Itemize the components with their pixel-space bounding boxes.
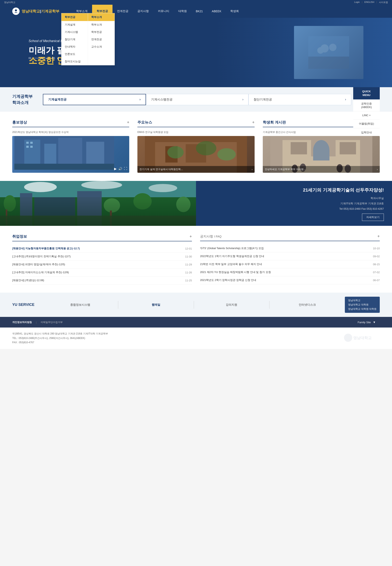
notice-item-2[interactable]: 21학번 이전 학부 일부 교양과목 필수 의무 해지 안내 08-15 [200,260,380,268]
notice-item-title-0: 'GTS' (Global Talents Scholarship) 프로그램(… [200,246,371,250]
news-card-text: 전기기계 설계 연구실에서 대학원진학... [140,168,183,171]
nav-item-3[interactable]: 공지사항 [133,5,153,18]
svg-point-23 [217,148,236,160]
yu-right-item-0[interactable]: 영남대학교 [348,299,377,302]
english-link[interactable]: ENGLISH [364,1,374,4]
svg-rect-10 [86,142,104,164]
board-card[interactable]: 안녕하세요 기계공학부 학우 여러분... › [263,136,380,173]
content-sections: 홍보영상 + 2021학년도 영남대학교 학부(과) 영상공모전 수상작 [0,112,392,181]
yu-service-link-0[interactable]: 종합정보시스템 [43,301,118,309]
notice-item-1[interactable]: 2022학년도 1학기 자기주도형 학생설계전공 신청 안내 09-02 [200,252,380,260]
promo-plus[interactable]: + [127,120,129,125]
nav-item-8[interactable]: 학생회 [226,5,243,18]
yu-service-right: 영남대학교 영남대학교 대학원 영남대학교 대학원 대학원 [345,297,380,313]
dropdown-item-교수소개[interactable]: 교수소개 [88,43,114,50]
family-site-label: Family Site [358,321,371,324]
notice-plus[interactable]: + [377,234,380,239]
dropdown-item-언론보도[interactable]: 언론보도 [61,50,88,58]
quick-menu-item-1[interactable]: LINC + [353,111,380,119]
jobs-plus[interactable]: + [189,234,192,239]
yu-service-link-2[interactable]: 강의지원 [194,301,269,309]
family-site-btn[interactable]: Family Site ▼ [354,319,380,325]
prev-btn[interactable]: ❮ [57,57,59,60]
job-item-0[interactable]: [채용안내] 지능형자동차부품진흥원 인력채용 공고(-12.7) 12-01 [12,245,192,253]
dropdown-menu: 학부전공 기계설계 기계시스템 첨단기계 안내책자 언론보도 참여오시는길 학부… [61,13,115,65]
svg-point-51 [344,334,352,342]
svg-point-45 [104,198,120,212]
news-plus[interactable]: + [252,120,255,125]
svg-rect-9 [58,138,82,166]
media-controls[interactable]: ▶ 🔊 ⛶ [114,167,127,171]
svg-point-21 [168,146,184,158]
nav-item-4[interactable]: 커뮤니티 [153,5,174,18]
sitemap-link[interactable]: 사이트맵 [379,1,388,4]
footer-nav-item-1[interactable]: 이메일무단수집거부 [41,321,63,324]
job-item-4[interactable]: [채용안내] (주)완성(-12.08) 11-25 [12,276,192,284]
dropdown-item-학부전공[interactable]: 학부전공 [88,28,114,36]
hero-pagination: 01 06 ❮ ❯ [28,57,64,60]
logo-text: 영남대학교|기계공학부 [22,9,59,14]
notice-item-3[interactable]: 2021 제2차 YU 현장실습 매칭박람회 시행 안내 및 참가 요청 07-… [200,268,380,276]
nav-item-7[interactable]: ABEEK [207,5,226,18]
svg-rect-42 [34,197,75,226]
promo-building-visual [14,136,114,171]
login-link[interactable]: Login [354,1,360,4]
dropdown-item-참여오시는길[interactable]: 참여오시는길 [61,58,88,65]
quick-menu-item-3[interactable]: 입학안내 [353,128,380,137]
yu-service-link-3[interactable]: 인터넷디스크 [269,301,345,309]
yu-service-link-1[interactable]: 웹메일 [118,301,194,309]
promo-card: ▶ 🔊 ⛶ [12,136,129,173]
footer-info: 우)38541, 경상북도 경산시 대학로 280 영남대학교 기계관 218호… [0,327,392,349]
top-bar: 영남대학교 Login | ENGLISH | 사이트맵 [0,0,392,5]
dropdown-item-연계전공[interactable]: 연계전공 [88,36,114,43]
building-visual [0,181,216,226]
dept-title: 기계공학부 학과소개 [12,93,33,106]
dropdown-item-기계시스템[interactable]: 기계시스템 [61,28,88,36]
job-item-title-0: [채용안내] 지능형자동차부품진흥원 인력채용 공고(-12.7) [12,247,183,250]
news-header: 주요뉴스 + [137,120,254,127]
dept-link-1[interactable]: 기계시스템전공 › [146,94,249,105]
svg-text:영남대학교: 영남대학교 [353,336,372,340]
news-card[interactable]: 전기기계 설계 연구실에서 대학원진학... › [137,136,254,173]
footer-nav: 개인정보처리방침 | 이메일무단수집거부 Family Site ▼ [0,317,392,327]
banner-overlay: 21세기의 기계공학기술의 선두주자양성! 학과사무실 기계IT대학 기계공학부… [196,181,392,226]
banner-building [0,181,216,226]
dropdown-item-학부소개[interactable]: 학부소개 [88,21,114,28]
yu-service-links: 종합정보시스템 웹메일 강의지원 인터넷디스크 [43,301,345,309]
notice-item-4[interactable]: 2021학년도 2학기 장학사정관 장학금 신청 안내 06-07 [200,276,380,284]
notice-item-date-0: 10-10 [373,247,380,250]
fullscreen-icon[interactable]: ⛶ [124,167,127,171]
nav-item-6[interactable]: BK21 [191,5,207,18]
dropdown-item-기계설계[interactable]: 기계설계 [61,21,88,28]
job-item-date-3: 11-26 [185,271,192,274]
footer-nav-item-0[interactable]: 개인정보처리방침 [12,321,32,324]
dept-link-2[interactable]: 첨단기계전공 › [249,94,351,105]
dropdown-item-안내책자[interactable]: 안내책자 [61,43,88,50]
svg-rect-49 [110,211,112,226]
dropdown-item-첨단기계[interactable]: 첨단기계 [61,36,88,43]
job-item-2[interactable]: [채용안내] 피엔티 영업/설계/제어 추천(-12/5) 11-29 [12,261,192,269]
nav-item-5[interactable]: 대학원 [174,5,191,18]
notice-item-date-2: 08-15 [373,263,380,266]
banner-btn[interactable]: 자세히보기 [362,213,384,221]
job-item-1[interactable]: [고내추천] (주)대명이엔지 전략기획실 추천(-12/7) 11-30 [12,253,192,261]
promo-section: 홍보영상 + 2021학년도 영남대학교 학부(과) 영상공모전 수상작 [12,120,129,173]
yu-right-item-1[interactable]: 영남대학교 대학원 [348,303,377,307]
job-item-3[interactable]: [고내추천] 지에이치신소재 기계설계 추천(-12/9) 11-26 [12,269,192,276]
nav-item-2[interactable]: 연계전공 [112,5,133,18]
banner-address: 기계IT대학 기계공학부 기계관 218호 [204,201,384,206]
quick-menu-item-2[interactable]: 어울림(취업) [353,119,380,128]
notice-item-0[interactable]: 'GTS' (Global Talents Scholarship) 프로그램(… [200,244,380,252]
dept-link-arrow-2: › [345,98,346,101]
banner-info: 학과사무실 기계IT대학 기계공학부 기계관 218호 Tel 053) 810… [204,196,384,212]
board-card-text: 안녕하세요 기계공학부 학우 여러분... [265,168,306,171]
yu-right-item-2[interactable]: 영남대학교 대학원 대학원 [348,307,377,311]
top-bar-actions: Login | ENGLISH | 사이트맵 [354,1,388,4]
logo[interactable]: 영남대학교|기계공학부 [12,8,59,15]
svg-rect-36 [0,197,216,226]
dept-link-0[interactable]: 기계설계전공 › [43,94,146,105]
play-icon[interactable]: ▶ [114,167,117,171]
quick-menu-item-0[interactable]: 공학인증 (ABEEK) [353,99,380,111]
banner-tel: Tel 053) 810-2460 Fax 053) 810-4267 [204,206,384,212]
volume-icon[interactable]: 🔊 [118,167,122,171]
